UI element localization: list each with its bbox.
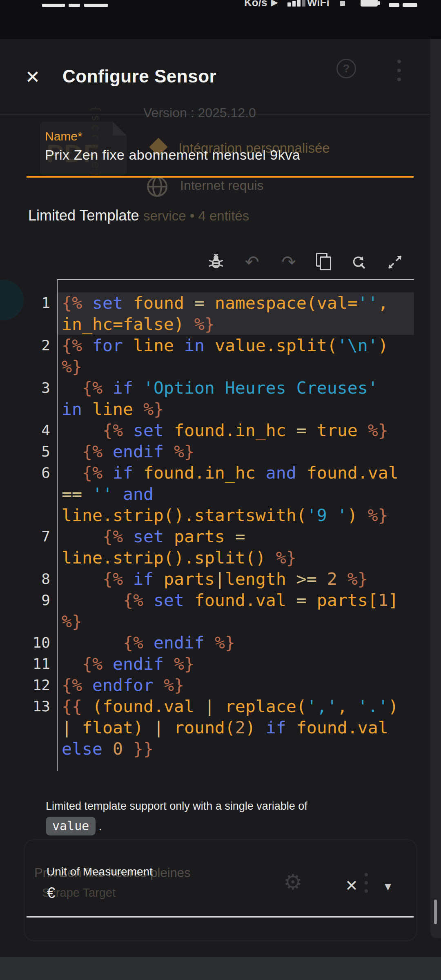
code-line[interactable]: 7 {% set parts = line.strip().split() %}: [25, 526, 414, 568]
code-line-content[interactable]: {% endfor %}: [57, 675, 414, 696]
ghost-avatar-edge: [0, 280, 24, 321]
ghost-menu-icon: [397, 60, 401, 63]
code-top-spacer: [25, 279, 414, 292]
clock-fragment: [69, 4, 80, 7]
code-line-content[interactable]: {% if parts|length >= 2 %}: [57, 568, 414, 590]
line-number: 12: [25, 675, 57, 696]
fullscreen-icon: [387, 254, 403, 270]
helper-suffix: .: [96, 820, 102, 833]
configure-sensor-dialog: Ko/s ▶ WiFi ← ? Version : 2025.12.0 PDF …: [0, 0, 441, 980]
copy-button[interactable]: [315, 252, 333, 272]
code-line[interactable]: 1{% set found = namespace(val='', in_hc=…: [25, 292, 414, 335]
battery-icon: [361, 0, 378, 7]
scrollbar-track: [430, 39, 441, 938]
code-line[interactable]: 2{% for line in value.split('\n') %}: [25, 335, 414, 377]
battery-percent-fragment: [403, 3, 417, 7]
ghost-globe-icon: [146, 176, 168, 198]
clear-icon[interactable]: ✕: [341, 875, 362, 896]
ghost-internet-text: Internet requis: [180, 178, 264, 193]
find-replace-button[interactable]: [350, 252, 368, 272]
helper-text: Limited template support only with a sin…: [46, 800, 307, 812]
ghost-help-glyph: ?: [343, 62, 350, 75]
code-line[interactable]: 12{% endfor %}: [25, 675, 414, 696]
ghost-pdf-fold: [113, 122, 127, 136]
debug-icon: [209, 254, 223, 270]
redo-button[interactable]: ↷: [280, 252, 298, 272]
line-number: 11: [25, 653, 57, 675]
signal-bar: [287, 2, 291, 7]
line-number: 9: [25, 590, 57, 611]
status-bar-items: Ko/s ▶ WiFi: [0, 0, 441, 8]
find-replace-icon: [350, 254, 367, 270]
signal-bar: [292, 1, 296, 7]
unit-field-label: Unit of Measurement: [47, 865, 153, 878]
line-number: 8: [25, 568, 57, 590]
code-line[interactable]: 9 {% set found.val = parts[1] %}: [25, 590, 414, 632]
undo-button[interactable]: ↶: [243, 252, 261, 272]
name-input[interactable]: Prix Zen fixe abonnement mensuel 9kva: [45, 147, 300, 163]
code-line-content[interactable]: {% endif %}: [57, 441, 414, 462]
code-line-content[interactable]: {% for line in value.split('\n') %}: [57, 335, 414, 377]
close-icon[interactable]: ✕: [21, 65, 44, 88]
code-line-content[interactable]: {% set parts = line.strip().split() %}: [57, 526, 414, 568]
signal-bar: [297, 0, 301, 7]
code-line-content[interactable]: {% endif %}: [57, 632, 414, 653]
code-area[interactable]: 1{% set found = namespace(val='', in_hc=…: [25, 279, 414, 771]
battery-percent-fragment: [389, 3, 399, 7]
code-line[interactable]: 13{{ (found.val | replace(',', '.') | fl…: [25, 696, 414, 760]
signal-bar: [302, 0, 305, 7]
scrollbar-thumb[interactable]: [434, 900, 437, 924]
line-number: 3: [25, 377, 57, 399]
chevron-down-icon[interactable]: ▾: [380, 877, 396, 895]
fullscreen-button[interactable]: [386, 252, 404, 272]
template-section-label: Limited Template: [28, 207, 139, 224]
code-line[interactable]: 10 {% endif %}: [25, 632, 414, 653]
line-number: 1: [25, 292, 57, 314]
page-title: Configure Sensor: [62, 66, 216, 87]
name-field-underline: [27, 176, 414, 178]
code-bottom-spacer: [25, 760, 414, 771]
code-line-content[interactable]: {% set found.in_hc = true %}: [57, 420, 414, 441]
code-line[interactable]: 5 {% endif %}: [25, 441, 414, 462]
unit-input[interactable]: €: [47, 884, 55, 902]
ghost-menu-icon: [397, 69, 401, 72]
template-helper-text: Limited template support only with a sin…: [46, 798, 413, 835]
ghost-rotated-text: {scrape}: [89, 105, 102, 180]
line-number: 10: [25, 632, 57, 653]
line-number: 4: [25, 420, 57, 441]
code-line-content[interactable]: {% if 'Option Heures Creuses' in line %}: [57, 377, 414, 420]
line-number: 6: [25, 462, 57, 483]
code-lines: 1{% set found = namespace(val='', in_hc=…: [25, 292, 414, 760]
ghost-entities-text: service • 4 entités: [143, 208, 249, 224]
code-line-content[interactable]: {% set found.val = parts[1] %}: [57, 590, 414, 632]
name-field-label: Name*: [45, 129, 82, 143]
ghost-help-icon: ?: [336, 59, 356, 78]
editor-toolbar: ↶ ↷: [25, 252, 414, 272]
template-code-editor: ↶ ↷: [25, 252, 414, 771]
code-line-content[interactable]: {% set found = namespace(val='', in_hc=f…: [57, 292, 414, 335]
code-line-content[interactable]: {{ (found.val | replace(',', '.') | floa…: [57, 696, 414, 760]
status-bar: Ko/s ▶ WiFi: [0, 0, 441, 39]
code-line[interactable]: 3 {% if 'Option Heures Creuses' in line …: [25, 377, 414, 420]
code-line-content[interactable]: {% if found.in_hc and found.val == '' an…: [57, 462, 414, 526]
code-line[interactable]: 8 {% if parts|length >= 2 %}: [25, 568, 414, 590]
debug-button[interactable]: [207, 252, 225, 272]
line-number: 13: [25, 696, 57, 717]
code-line[interactable]: 4 {% set found.in_hc = true %}: [25, 420, 414, 441]
clock-fragment: [84, 4, 108, 7]
code-line[interactable]: 11 {% endif %}: [25, 653, 414, 675]
helper-code-chip: value: [46, 817, 96, 835]
navigation-bar-area: [0, 957, 441, 980]
play-icon: ▶: [271, 0, 278, 8]
ghost-menu-icon: [397, 78, 401, 81]
clock-fragment: [42, 4, 65, 7]
undo-icon: ↶: [245, 254, 259, 271]
line-number: 5: [25, 441, 57, 462]
redo-icon: ↷: [281, 254, 296, 271]
line-number: 7: [25, 526, 57, 547]
code-line-content[interactable]: {% endif %}: [57, 653, 414, 675]
unit-field-underline: [27, 916, 414, 918]
ghost-version-text: Version : 2025.12.0: [143, 105, 256, 120]
code-line[interactable]: 6 {% if found.in_hc and found.val == '' …: [25, 462, 414, 526]
vibrate-icon: [340, 1, 345, 6]
